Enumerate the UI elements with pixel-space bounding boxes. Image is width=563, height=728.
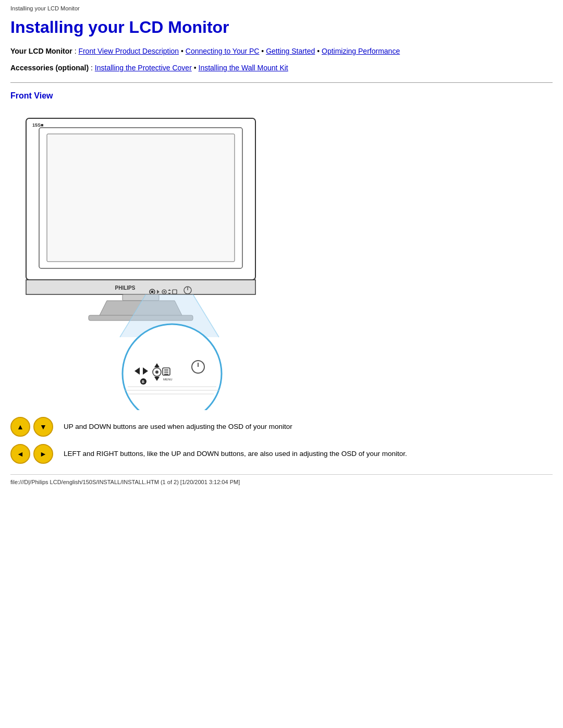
svg-rect-32 <box>164 374 168 375</box>
lcd-monitor-label: Your LCD Monitor <box>10 47 72 55</box>
footer: file:///D|/Philips LCD/english/150S/INST… <box>10 474 553 485</box>
svg-point-7 <box>151 290 154 293</box>
svg-rect-4 <box>26 280 255 294</box>
left-right-legend-text: LEFT and RIGHT buttons, like the UP and … <box>64 449 407 459</box>
link-front-view[interactable]: Front View Product Description <box>78 47 179 55</box>
svg-point-28 <box>155 371 158 374</box>
left-button-icon: ◄ <box>10 444 30 464</box>
up-down-legend-row: ▲ ▼ UP and DOWN buttons are used when ad… <box>10 417 553 437</box>
svg-text:PHILIPS: PHILIPS <box>115 285 136 291</box>
accessories-label: Accessories (optional) <box>10 64 89 72</box>
footer-text: file:///D|/Philips LCD/english/150S/INST… <box>10 479 240 485</box>
front-view-title: Front View <box>10 91 553 101</box>
up-down-legend-text: UP and DOWN buttons are used when adjust… <box>64 422 292 432</box>
link-optimizing[interactable]: Optimizing Performance <box>322 47 400 55</box>
nav-section: Your LCD Monitor : Front View Product De… <box>10 45 553 57</box>
link-connecting[interactable]: Connecting to Your PC <box>186 47 260 55</box>
svg-rect-30 <box>164 369 168 371</box>
left-right-legend-row: ◄ ► LEFT and RIGHT buttons, like the UP … <box>10 444 553 464</box>
svg-text:B: B <box>142 380 144 384</box>
monitor-svg: 15S■ PHILIPS <box>10 108 271 410</box>
link-wall-mount[interactable]: Installing the Wall Mount Kit <box>199 64 288 72</box>
browser-tab: Installing your LCD Monitor <box>10 5 553 14</box>
svg-rect-31 <box>164 372 168 373</box>
right-button-icon: ► <box>33 444 53 464</box>
page-title: Installing your LCD Monitor <box>10 18 553 37</box>
up-button-icon: ▲ <box>10 417 30 437</box>
down-button-icon: ▼ <box>33 417 53 437</box>
button-legend: ▲ ▼ UP and DOWN buttons are used when ad… <box>10 417 553 464</box>
svg-text:MENU: MENU <box>163 378 173 381</box>
link-getting-started[interactable]: Getting Started <box>266 47 315 55</box>
divider <box>10 82 553 83</box>
accessories-section: Accessories (optional) : Installing the … <box>10 62 553 73</box>
up-down-icons: ▲ ▼ <box>10 417 53 437</box>
link-protective-cover[interactable]: Installing the Protective Cover <box>95 64 192 72</box>
monitor-illustration: 15S■ PHILIPS <box>10 108 271 412</box>
svg-text:15S■: 15S■ <box>32 122 43 128</box>
svg-rect-2 <box>47 134 235 262</box>
svg-point-10 <box>164 291 165 292</box>
left-right-icons: ◄ ► <box>10 444 53 464</box>
